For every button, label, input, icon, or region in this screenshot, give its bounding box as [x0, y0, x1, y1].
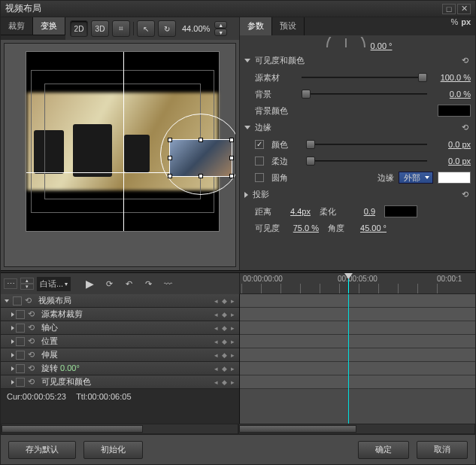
track-scrollbar[interactable]: [1, 424, 238, 434]
timeline-scrollbar[interactable]: [238, 424, 476, 434]
next-key-icon[interactable]: ▸: [229, 378, 236, 386]
add-key-icon[interactable]: ◆: [220, 324, 228, 332]
value-edge-color[interactable]: 0.0 px: [432, 140, 471, 149]
close-button[interactable]: ✕: [457, 4, 471, 14]
nudge-down-icon[interactable]: ▾: [20, 284, 34, 290]
curve-icon[interactable]: ⟲: [28, 336, 38, 346]
track-root[interactable]: ⟲ 视频布局 ◂◆▸: [1, 294, 239, 308]
value-shadow-visibility[interactable]: 75.0 %: [289, 223, 319, 232]
reset-edge-icon[interactable]: ⟲: [459, 123, 471, 133]
cancel-button[interactable]: 取消: [417, 441, 468, 459]
add-key-icon[interactable]: ◆: [220, 338, 228, 345]
zoom-value[interactable]: 44.00%: [179, 24, 213, 33]
next-key-icon[interactable]: ▸: [229, 297, 236, 305]
rotate-tool-icon[interactable]: ↻: [158, 20, 176, 37]
track-row[interactable]: ⟲ 轴心 ◂◆▸: [1, 321, 239, 335]
bgcolor-swatch[interactable]: [438, 105, 471, 117]
value-source[interactable]: 100.0 %: [432, 73, 471, 82]
dropdown-edge-side[interactable]: 外部: [399, 172, 433, 184]
value-background[interactable]: 0.0 %: [432, 90, 471, 99]
reset-button[interactable]: 初始化: [83, 441, 143, 459]
prev-key-icon[interactable]: ◂: [212, 351, 220, 359]
reset-shadow-icon[interactable]: ⟲: [459, 190, 471, 200]
zoom-down-icon[interactable]: ▼: [214, 29, 227, 36]
prev-key-icon[interactable]: ◂: [212, 297, 220, 305]
checkbox-edge-color[interactable]: [255, 140, 264, 149]
ok-button[interactable]: 确定: [358, 441, 409, 459]
section-shadow[interactable]: 投影 ⟲: [240, 186, 475, 203]
section-edge[interactable]: 边缘 ⟲: [240, 119, 475, 136]
mode-3d-button[interactable]: 3D: [91, 20, 109, 37]
curve-icon[interactable]: ⟲: [28, 363, 38, 373]
slider-source[interactable]: [302, 72, 427, 83]
add-key-icon[interactable]: ◆: [220, 378, 228, 386]
edge-color-swatch[interactable]: [438, 172, 471, 184]
rotation-dial-icon[interactable]: [323, 37, 368, 49]
preview-canvas[interactable]: [4, 43, 236, 267]
next-key-icon[interactable]: ▸: [229, 338, 236, 345]
slider-edge-color[interactable]: [306, 139, 427, 150]
section-visibility-color[interactable]: 可见度和颜色 ⟲: [240, 52, 475, 69]
curve-icon[interactable]: ⟲: [28, 350, 38, 360]
loop-button[interactable]: ⟳: [101, 276, 117, 291]
shadow-color-swatch[interactable]: [384, 205, 417, 217]
prev-key-icon[interactable]: ◂: [212, 378, 220, 386]
tab-transform[interactable]: 变换: [33, 17, 65, 35]
add-key-icon[interactable]: ◆: [220, 351, 228, 359]
unit-percent[interactable]: %: [450, 17, 458, 35]
prev-key-icon[interactable]: ◂: [212, 365, 220, 372]
add-key-icon[interactable]: ◆: [220, 297, 228, 305]
graph-button[interactable]: 〰: [159, 276, 176, 291]
unit-pixels[interactable]: px: [461, 17, 471, 35]
slider-background[interactable]: [302, 89, 427, 99]
crop-tool-icon[interactable]: ⌗: [112, 20, 130, 37]
maximize-button[interactable]: □: [442, 4, 456, 14]
track-enable-checkbox[interactable]: [16, 337, 25, 346]
track-enable-checkbox[interactable]: [16, 378, 25, 387]
next-key-icon[interactable]: ▸: [229, 351, 236, 359]
curve-icon[interactable]: ⟲: [28, 323, 38, 333]
value-shadow-distance[interactable]: 4.4px: [280, 207, 311, 216]
language-dropdown[interactable]: 白话...▾: [37, 277, 71, 291]
curve-icon[interactable]: ⟲: [28, 309, 38, 319]
reset-visibility-icon[interactable]: ⟲: [459, 56, 471, 66]
track-row[interactable]: ⟲ 可见度和颜色 ◂◆▸: [1, 375, 239, 389]
mode-2d-button[interactable]: 2D: [70, 20, 88, 37]
rotation-value[interactable]: 0.00 °: [371, 41, 393, 50]
checkbox-soft-edge[interactable]: [255, 157, 264, 166]
curve-icon[interactable]: ⟲: [25, 296, 35, 305]
value-shadow-angle[interactable]: 45.00 °: [353, 223, 387, 232]
tab-preset[interactable]: 预设: [272, 17, 305, 35]
checkbox-round-corner[interactable]: [255, 173, 264, 182]
add-key-icon[interactable]: ◆: [220, 311, 228, 318]
timeline-ruler[interactable]: 00:00:00:00 00:00:05:00 00:00:1: [240, 273, 475, 294]
track-enable-checkbox[interactable]: [13, 296, 22, 305]
play-button[interactable]: ▶: [81, 276, 98, 291]
timeline-lanes[interactable]: [240, 294, 475, 424]
track-row[interactable]: ⟲ 源素材裁剪 ◂◆▸: [1, 308, 239, 321]
prev-key-icon[interactable]: ◂: [212, 338, 220, 345]
save-default-button[interactable]: 存为默认: [8, 441, 76, 459]
nudge-up-icon[interactable]: ▴: [20, 278, 34, 284]
next-key-icon[interactable]: ▸: [229, 365, 236, 372]
value-shadow-softness[interactable]: 0.9: [345, 207, 375, 216]
track-enable-checkbox[interactable]: [16, 351, 25, 360]
prev-key-icon[interactable]: ◂: [212, 311, 220, 318]
track-enable-checkbox[interactable]: [16, 364, 25, 373]
slider-soft-edge[interactable]: [306, 156, 427, 166]
next-key-icon[interactable]: ▸: [229, 324, 236, 332]
redo-button[interactable]: ↷: [140, 276, 156, 291]
prev-key-icon[interactable]: ◂: [212, 324, 220, 332]
track-row[interactable]: ⟲ 旋转 0.00° ◂◆▸: [1, 362, 239, 375]
curve-icon[interactable]: ⟲: [28, 377, 38, 387]
value-soft-edge[interactable]: 0.0 px: [432, 157, 471, 166]
track-enable-checkbox[interactable]: [16, 310, 25, 319]
track-enable-checkbox[interactable]: [16, 324, 25, 333]
pointer-tool-icon[interactable]: ↖: [137, 20, 155, 37]
add-key-icon[interactable]: ◆: [220, 365, 228, 372]
zoom-up-icon[interactable]: ▲: [214, 21, 227, 29]
playhead[interactable]: [348, 273, 349, 293]
tab-parameters[interactable]: 参数: [240, 17, 272, 35]
tab-crop[interactable]: 裁剪: [1, 17, 33, 35]
track-row[interactable]: ⟲ 位置 ◂◆▸: [1, 335, 239, 348]
